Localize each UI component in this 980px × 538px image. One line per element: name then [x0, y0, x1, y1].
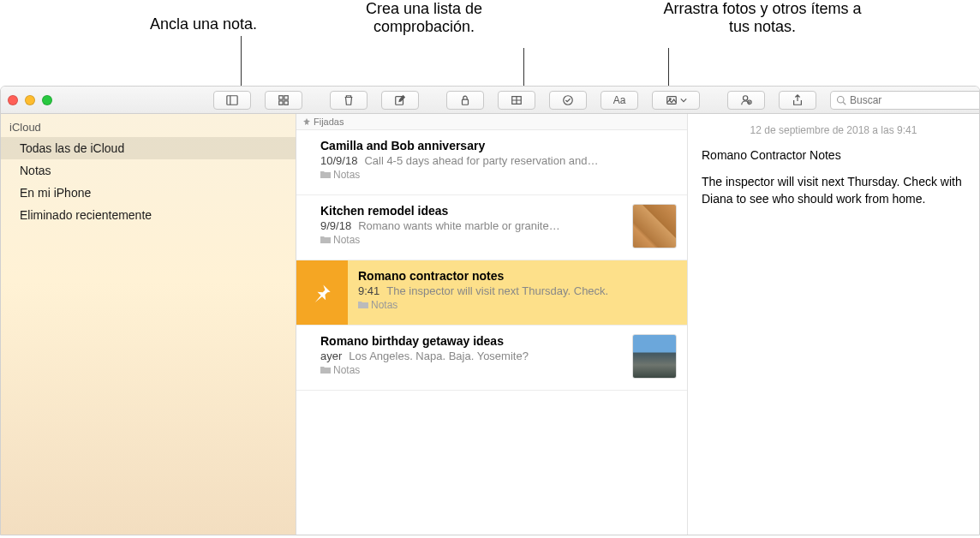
note-date: 10/9/18	[320, 154, 357, 167]
folder-icon	[358, 301, 368, 309]
svg-rect-7	[463, 99, 469, 105]
note-list: Fijadas Camilla and Bob anniversary 10/9…	[296, 114, 688, 535]
svg-point-13	[669, 98, 671, 99]
svg-rect-0	[227, 95, 237, 105]
trash-icon	[343, 94, 355, 106]
close-window-button[interactable]	[8, 95, 18, 105]
table-button[interactable]	[498, 91, 535, 110]
callout-checklist: Crea una lista de comprobación.	[326, 0, 523, 36]
sidebar-icon	[226, 94, 238, 106]
sidebar-item-label: Notas	[20, 164, 51, 177]
note-date: ayer	[320, 350, 342, 362]
lock-note-button[interactable]	[446, 91, 484, 110]
folder-icon	[320, 236, 331, 244]
pinned-section-label: Fijadas	[314, 117, 344, 127]
note-preview: Romano wants white marble or granite…	[358, 219, 560, 232]
sidebar-item-on-my-iphone[interactable]: En mi iPhone	[1, 182, 296, 204]
note-preview: The inspector will visit next Thursday. …	[386, 284, 608, 297]
note-thumbnail	[632, 204, 677, 248]
search-input[interactable]	[850, 94, 978, 106]
note-row[interactable]: Romano birthday getaway ideas ayer Los A…	[296, 326, 687, 391]
pin-icon	[303, 118, 310, 125]
note-content-body[interactable]: The inspector will visit next Thursday. …	[702, 174, 965, 207]
window-controls	[8, 95, 52, 105]
sidebar-item-label: En mi iPhone	[20, 186, 91, 200]
notes-window: Aa iCloud Todas las de iCloud Notas En m…	[0, 86, 980, 535]
sidebar-item-notes[interactable]: Notas	[1, 159, 296, 182]
share-icon	[792, 94, 804, 106]
gallery-view-button[interactable]	[265, 91, 302, 110]
pin-indicator[interactable]	[296, 260, 348, 325]
svg-point-11	[564, 95, 573, 105]
sidebar-item-label: Eliminado recientemente	[20, 208, 152, 222]
compose-icon	[394, 94, 406, 106]
toggle-sidebar-button[interactable]	[213, 91, 251, 110]
sidebar-section-header: iCloud	[1, 117, 296, 137]
note-row[interactable]: Romano contractor notes 9:41 The inspect…	[296, 260, 687, 326]
checklist-icon	[562, 94, 574, 106]
note-title: Camilla and Bob anniversary	[320, 139, 677, 152]
photo-icon	[666, 94, 678, 106]
svg-rect-5	[284, 100, 288, 104]
note-date: 9:41	[358, 284, 379, 297]
note-title: Romano birthday getaway ideas	[320, 334, 624, 348]
add-person-icon	[740, 94, 752, 106]
note-folder-label: Notas	[371, 299, 397, 311]
minimize-window-button[interactable]	[25, 95, 35, 105]
svg-rect-3	[284, 95, 288, 99]
folder-icon	[320, 366, 331, 374]
callout-pin-note: Ancla una nota.	[60, 15, 257, 33]
note-date: 9/9/18	[320, 219, 351, 232]
maximize-window-button[interactable]	[42, 95, 52, 105]
new-note-button[interactable]	[381, 91, 419, 110]
callout-line	[523, 48, 524, 87]
note-preview: Los Angeles. Napa. Baja. Yosemite?	[349, 350, 529, 362]
note-modified-date: 12 de septiembre de 2018 a las 9:41	[702, 124, 965, 136]
note-row[interactable]: Camilla and Bob anniversary 10/9/18 Call…	[296, 130, 687, 195]
svg-rect-2	[279, 95, 283, 99]
svg-point-16	[838, 96, 845, 103]
note-folder-label: Notas	[333, 364, 360, 376]
window-toolbar: Aa	[1, 87, 979, 114]
pinned-section-header: Fijadas	[296, 114, 687, 130]
note-preview: Call 4-5 days ahead for party reservatio…	[364, 154, 598, 167]
note-title: Romano contractor notes	[358, 269, 677, 283]
svg-rect-4	[279, 100, 283, 104]
format-button[interactable]: Aa	[601, 91, 638, 110]
format-text-icon: Aa	[613, 94, 626, 106]
sidebar-item-all-icloud[interactable]: Todas las de iCloud	[1, 137, 296, 159]
svg-point-14	[744, 95, 748, 99]
sidebar-item-label: Todas las de iCloud	[20, 141, 124, 155]
note-title: Kitchen remodel ideas	[320, 204, 624, 218]
search-icon	[836, 95, 846, 105]
delete-note-button[interactable]	[330, 91, 368, 110]
media-button[interactable]	[652, 91, 700, 110]
note-editor[interactable]: 12 de septiembre de 2018 a las 9:41 Roma…	[688, 114, 979, 535]
note-row[interactable]: Kitchen remodel ideas 9/9/18 Romano want…	[296, 195, 687, 260]
note-folder-label: Notas	[333, 234, 360, 246]
share-button[interactable]	[779, 91, 816, 110]
add-people-button[interactable]	[727, 91, 765, 110]
folder-sidebar: iCloud Todas las de iCloud Notas En mi i…	[1, 114, 296, 535]
note-folder-label: Notas	[333, 169, 360, 181]
lock-icon	[459, 94, 471, 106]
folder-icon	[320, 170, 331, 179]
sidebar-item-recently-deleted[interactable]: Eliminado recientemente	[1, 204, 296, 226]
search-field[interactable]	[830, 91, 980, 110]
svg-line-17	[843, 102, 846, 105]
grid-icon	[278, 94, 290, 106]
callout-drag-photos: Arrastra fotos y otros ítems a tus notas…	[660, 0, 865, 36]
table-icon	[511, 94, 523, 106]
note-content-title[interactable]: Romano Contractor Notes	[702, 148, 965, 162]
note-thumbnail	[632, 334, 677, 379]
checklist-button[interactable]	[549, 91, 587, 110]
chevron-down-icon	[680, 97, 687, 104]
pin-icon	[313, 284, 332, 302]
